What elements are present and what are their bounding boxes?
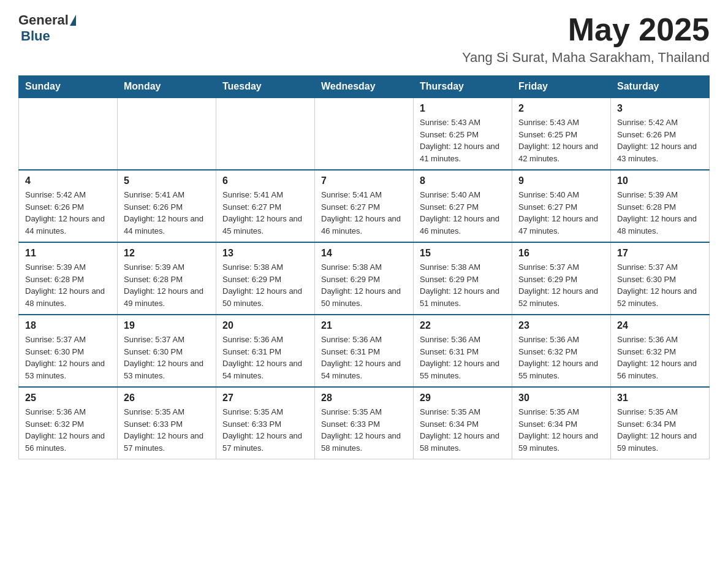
calendar-day-cell — [315, 98, 414, 170]
day-info: Sunrise: 5:38 AM Sunset: 6:29 PM Dayligh… — [321, 261, 407, 309]
day-number: 2 — [518, 103, 604, 114]
calendar-day-cell — [118, 98, 216, 170]
day-info: Sunrise: 5:37 AM Sunset: 6:30 PM Dayligh… — [124, 334, 210, 381]
logo-general-text: General — [18, 12, 69, 28]
day-number: 3 — [617, 103, 703, 114]
day-number: 23 — [518, 320, 604, 331]
month-year-title: May 2025 — [462, 12, 710, 47]
calendar-day-cell: 25Sunrise: 5:36 AM Sunset: 6:32 PM Dayli… — [19, 387, 118, 459]
day-header-tuesday: Tuesday — [216, 76, 315, 98]
calendar-day-cell: 2Sunrise: 5:43 AM Sunset: 6:25 PM Daylig… — [512, 98, 611, 170]
calendar-day-cell: 30Sunrise: 5:35 AM Sunset: 6:34 PM Dayli… — [512, 387, 611, 459]
calendar-day-cell: 31Sunrise: 5:35 AM Sunset: 6:34 PM Dayli… — [611, 387, 710, 459]
day-info: Sunrise: 5:43 AM Sunset: 6:25 PM Dayligh… — [518, 117, 604, 164]
day-info: Sunrise: 5:41 AM Sunset: 6:26 PM Dayligh… — [124, 189, 210, 237]
calendar-week-row: 25Sunrise: 5:36 AM Sunset: 6:32 PM Dayli… — [19, 387, 710, 459]
calendar-day-cell: 13Sunrise: 5:38 AM Sunset: 6:29 PM Dayli… — [216, 242, 315, 315]
day-number: 7 — [321, 175, 407, 186]
day-info: Sunrise: 5:36 AM Sunset: 6:31 PM Dayligh… — [222, 334, 308, 381]
day-header-thursday: Thursday — [414, 76, 512, 98]
calendar-day-cell: 21Sunrise: 5:36 AM Sunset: 6:31 PM Dayli… — [315, 315, 414, 387]
logo-blue-text: Blue — [21, 28, 50, 44]
day-number: 11 — [25, 248, 111, 259]
day-header-friday: Friday — [512, 76, 611, 98]
calendar-day-cell: 27Sunrise: 5:35 AM Sunset: 6:33 PM Dayli… — [216, 387, 315, 459]
day-info: Sunrise: 5:36 AM Sunset: 6:31 PM Dayligh… — [321, 334, 407, 381]
calendar-day-cell: 9Sunrise: 5:40 AM Sunset: 6:27 PM Daylig… — [512, 170, 611, 242]
day-number: 24 — [617, 320, 703, 331]
day-number: 9 — [518, 175, 604, 186]
day-info: Sunrise: 5:36 AM Sunset: 6:32 PM Dayligh… — [25, 406, 111, 454]
day-number: 12 — [124, 248, 210, 259]
day-number: 17 — [617, 248, 703, 259]
calendar-day-cell: 7Sunrise: 5:41 AM Sunset: 6:27 PM Daylig… — [315, 170, 414, 242]
day-info: Sunrise: 5:42 AM Sunset: 6:26 PM Dayligh… — [25, 189, 111, 237]
calendar-day-cell: 5Sunrise: 5:41 AM Sunset: 6:26 PM Daylig… — [118, 170, 216, 242]
day-number: 28 — [321, 393, 407, 404]
calendar-day-cell: 4Sunrise: 5:42 AM Sunset: 6:26 PM Daylig… — [19, 170, 118, 242]
day-number: 29 — [420, 393, 506, 404]
day-info: Sunrise: 5:39 AM Sunset: 6:28 PM Dayligh… — [25, 261, 111, 309]
day-info: Sunrise: 5:36 AM Sunset: 6:32 PM Dayligh… — [617, 334, 703, 381]
calendar-day-cell: 10Sunrise: 5:39 AM Sunset: 6:28 PM Dayli… — [611, 170, 710, 242]
day-number: 6 — [222, 175, 308, 186]
day-info: Sunrise: 5:37 AM Sunset: 6:30 PM Dayligh… — [617, 261, 703, 309]
day-number: 5 — [124, 175, 210, 186]
day-number: 30 — [518, 393, 604, 404]
day-info: Sunrise: 5:38 AM Sunset: 6:29 PM Dayligh… — [222, 261, 308, 309]
day-info: Sunrise: 5:40 AM Sunset: 6:27 PM Dayligh… — [518, 189, 604, 237]
day-info: Sunrise: 5:39 AM Sunset: 6:28 PM Dayligh… — [124, 261, 210, 309]
day-info: Sunrise: 5:40 AM Sunset: 6:27 PM Dayligh… — [420, 189, 506, 237]
day-info: Sunrise: 5:38 AM Sunset: 6:29 PM Dayligh… — [420, 261, 506, 309]
day-info: Sunrise: 5:35 AM Sunset: 6:33 PM Dayligh… — [124, 406, 210, 454]
day-number: 22 — [420, 320, 506, 331]
calendar-day-cell: 29Sunrise: 5:35 AM Sunset: 6:34 PM Dayli… — [414, 387, 512, 459]
calendar-day-cell: 19Sunrise: 5:37 AM Sunset: 6:30 PM Dayli… — [118, 315, 216, 387]
calendar-table: SundayMondayTuesdayWednesdayThursdayFrid… — [18, 75, 710, 459]
day-info: Sunrise: 5:35 AM Sunset: 6:34 PM Dayligh… — [420, 406, 506, 454]
day-number: 13 — [222, 248, 308, 259]
day-number: 26 — [124, 393, 210, 404]
calendar-week-row: 11Sunrise: 5:39 AM Sunset: 6:28 PM Dayli… — [19, 242, 710, 315]
day-number: 15 — [420, 248, 506, 259]
day-info: Sunrise: 5:35 AM Sunset: 6:34 PM Dayligh… — [617, 406, 703, 454]
calendar-day-cell: 12Sunrise: 5:39 AM Sunset: 6:28 PM Dayli… — [118, 242, 216, 315]
calendar-day-cell: 14Sunrise: 5:38 AM Sunset: 6:29 PM Dayli… — [315, 242, 414, 315]
day-number: 8 — [420, 175, 506, 186]
day-info: Sunrise: 5:42 AM Sunset: 6:26 PM Dayligh… — [617, 117, 703, 164]
calendar-day-cell: 24Sunrise: 5:36 AM Sunset: 6:32 PM Dayli… — [611, 315, 710, 387]
calendar-week-row: 1Sunrise: 5:43 AM Sunset: 6:25 PM Daylig… — [19, 98, 710, 170]
calendar-day-cell: 26Sunrise: 5:35 AM Sunset: 6:33 PM Dayli… — [118, 387, 216, 459]
calendar-day-cell — [216, 98, 315, 170]
day-number: 10 — [617, 175, 703, 186]
day-info: Sunrise: 5:35 AM Sunset: 6:33 PM Dayligh… — [222, 406, 308, 454]
calendar-day-cell: 18Sunrise: 5:37 AM Sunset: 6:30 PM Dayli… — [19, 315, 118, 387]
location-subtitle: Yang Si Surat, Maha Sarakham, Thailand — [462, 50, 710, 66]
title-section: May 2025 Yang Si Surat, Maha Sarakham, T… — [462, 12, 710, 66]
calendar-header-row: SundayMondayTuesdayWednesdayThursdayFrid… — [19, 76, 710, 98]
page-header: General Blue May 2025 Yang Si Surat, Mah… — [18, 12, 710, 66]
calendar-day-cell: 11Sunrise: 5:39 AM Sunset: 6:28 PM Dayli… — [19, 242, 118, 315]
day-header-monday: Monday — [118, 76, 216, 98]
calendar-day-cell: 1Sunrise: 5:43 AM Sunset: 6:25 PM Daylig… — [414, 98, 512, 170]
day-header-wednesday: Wednesday — [315, 76, 414, 98]
day-number: 20 — [222, 320, 308, 331]
day-number: 1 — [420, 103, 506, 114]
day-number: 27 — [222, 393, 308, 404]
calendar-week-row: 18Sunrise: 5:37 AM Sunset: 6:30 PM Dayli… — [19, 315, 710, 387]
day-info: Sunrise: 5:35 AM Sunset: 6:33 PM Dayligh… — [321, 406, 407, 454]
day-number: 4 — [25, 175, 111, 186]
day-info: Sunrise: 5:37 AM Sunset: 6:29 PM Dayligh… — [518, 261, 604, 309]
day-info: Sunrise: 5:35 AM Sunset: 6:34 PM Dayligh… — [518, 406, 604, 454]
day-number: 21 — [321, 320, 407, 331]
day-number: 18 — [25, 320, 111, 331]
day-info: Sunrise: 5:41 AM Sunset: 6:27 PM Dayligh… — [321, 189, 407, 237]
calendar-week-row: 4Sunrise: 5:42 AM Sunset: 6:26 PM Daylig… — [19, 170, 710, 242]
calendar-day-cell: 20Sunrise: 5:36 AM Sunset: 6:31 PM Dayli… — [216, 315, 315, 387]
calendar-day-cell — [19, 98, 118, 170]
day-info: Sunrise: 5:39 AM Sunset: 6:28 PM Dayligh… — [617, 189, 703, 237]
day-number: 14 — [321, 248, 407, 259]
calendar-day-cell: 17Sunrise: 5:37 AM Sunset: 6:30 PM Dayli… — [611, 242, 710, 315]
day-header-sunday: Sunday — [19, 76, 118, 98]
day-number: 16 — [518, 248, 604, 259]
